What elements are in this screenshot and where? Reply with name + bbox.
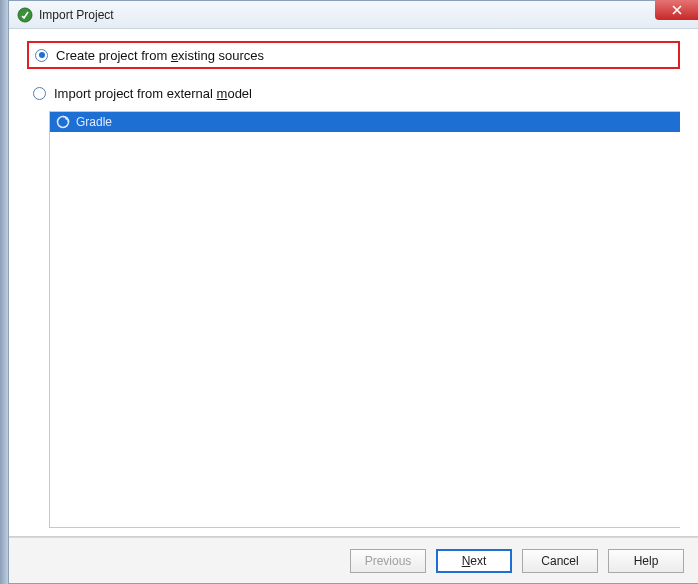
radio-icon (35, 49, 48, 62)
highlight-annotation: Create project from existing sources (27, 41, 680, 69)
app-icon (17, 7, 33, 23)
cancel-button[interactable]: Cancel (522, 549, 598, 573)
radio-label: Import project from external model (54, 86, 252, 101)
gradle-icon (56, 115, 70, 129)
window-left-edge (0, 0, 8, 584)
close-button[interactable] (655, 0, 698, 20)
previous-button: Previous (350, 549, 426, 573)
model-item-gradle[interactable]: Gradle (50, 112, 680, 132)
button-bar: Previous Next Cancel Help (9, 537, 698, 583)
radio-create-from-existing[interactable]: Create project from existing sources (29, 43, 678, 67)
radio-import-external-model[interactable]: Import project from external model (27, 81, 680, 105)
help-button[interactable]: Help (608, 549, 684, 573)
radio-label: Create project from existing sources (56, 48, 264, 63)
dialog-content: Create project from existing sources Imp… (9, 29, 698, 536)
window-title: Import Project (39, 8, 114, 22)
radio-icon (33, 87, 46, 100)
dialog-window: Import Project Create project from exist… (8, 0, 698, 584)
next-button[interactable]: Next (436, 549, 512, 573)
model-item-label: Gradle (76, 115, 112, 129)
external-model-list[interactable]: Gradle (49, 111, 680, 528)
titlebar: Import Project (9, 1, 698, 29)
svg-point-2 (65, 117, 67, 119)
svg-point-0 (18, 8, 32, 22)
